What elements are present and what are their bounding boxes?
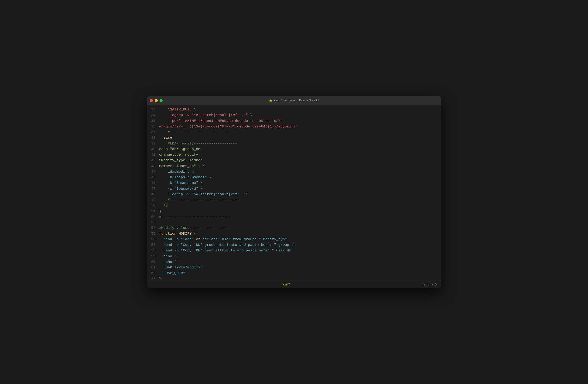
code-content: 33 \$ATTRIBUTE \34 | egrep -v "^#|search…: [147, 107, 441, 279]
code-line: 48 | egrep -v "^#|search|result|ref: .+": [147, 192, 441, 197]
code-line: 51}: [147, 209, 441, 214]
line-number: 33: [147, 107, 159, 112]
code-line: 45 -H ldaps://$domain \: [147, 174, 441, 180]
token: -H ldaps://$domain \: [159, 175, 211, 179]
code-line: 59 echo "": [147, 254, 441, 259]
line-number: 55: [147, 231, 159, 236]
token: LDAP_TYPE="modify": [159, 265, 202, 270]
maximize-button[interactable]: [160, 99, 163, 102]
token: $modify_type: member: [159, 158, 202, 162]
line-content: $modify_type: member: [159, 157, 441, 163]
token: [159, 198, 168, 202]
line-number: 51: [147, 209, 159, 214]
traffic-lights: [150, 99, 163, 102]
line-number: 43: [147, 164, 159, 169]
token: | egrep -v "^#|search|result|ref: .+" \: [159, 113, 252, 117]
code-line: 61 LDAP_TYPE="modify": [147, 265, 441, 270]
token: or: [196, 237, 200, 241]
statusbar-center: vim*: [282, 283, 290, 286]
token: read -p "Copy 'DN' group attribute and p…: [159, 243, 296, 247]
line-number: 39: [147, 141, 159, 146]
token: fi: [159, 203, 168, 208]
token: | perl -MMIME::Base64 -MEncode=decode -n…: [159, 119, 283, 123]
token: LDAP_QUERY: [159, 271, 185, 275]
code-line: 40echo "dn: $group_dn: [147, 146, 441, 152]
line-number: 61: [147, 265, 159, 270]
close-button[interactable]: [150, 99, 153, 102]
line-number: 56: [147, 237, 159, 242]
token: echo "": [159, 254, 179, 258]
line-content: +//g;s/(?<=:: )(\S+)/decode("UTF-8",deco…: [159, 124, 441, 129]
line-number: 38: [147, 135, 159, 141]
line-content: ldapmodify \: [159, 169, 441, 174]
line-number: 57: [147, 242, 159, 248]
line-content: #--------------------------------: [159, 214, 441, 220]
token: changetype: modify: [159, 153, 198, 157]
line-content: \$ATTRIBUTE \: [159, 107, 441, 112]
line-content: LDAP_QUERY: [159, 270, 441, 276]
line-content: echo "dn: $group_dn: [159, 146, 441, 152]
token: function MODIFY {: [159, 232, 196, 236]
editor-area[interactable]: 33 \$ATTRIBUTE \34 | egrep -v "^#|search…: [147, 105, 441, 280]
line-content: }: [159, 209, 441, 214]
code-line: 49 #--------------------------------: [147, 197, 441, 203]
code-line: 53: [147, 220, 441, 225]
line-content: read -p "Copy 'DN' group attribute and p…: [159, 242, 441, 248]
code-line: 52#--------------------------------: [147, 214, 441, 220]
token: else: [159, 136, 172, 140]
line-content: LDAP_TYPE="modify": [159, 265, 441, 270]
line-content: #--------------------------------: [159, 129, 441, 135]
line-number: 40: [147, 147, 159, 152]
line-content: #--------------------------------: [159, 197, 441, 203]
token: -D "$username" \: [159, 181, 202, 185]
token: ldapmodify \: [159, 170, 194, 174]
line-number: 34: [147, 112, 159, 118]
token: }: [159, 277, 161, 279]
line-content: changetype: modify: [159, 152, 441, 157]
code-line: 63}: [147, 276, 441, 279]
line-content: function MODIFY {: [159, 231, 441, 236]
code-line: 43member: $user_dn" | \: [147, 163, 441, 169]
line-number: 62: [147, 271, 159, 276]
line-number: 48: [147, 192, 159, 197]
line-number: 49: [147, 197, 159, 203]
line-content: }: [159, 276, 441, 279]
token: #--------------------------------: [159, 130, 239, 134]
code-line: 50 fi: [147, 203, 441, 208]
line-number: 63: [147, 276, 159, 279]
window-title: 🔒 kamil — tmux /Users/kamil: [269, 99, 319, 102]
line-content: else: [159, 135, 441, 141]
line-content: #Modify values------------------: [159, 225, 441, 231]
line-content: | perl -MMIME::Base64 -MEncode=decode -n…: [159, 118, 441, 124]
line-number: 37: [147, 129, 159, 135]
line-number: 42: [147, 158, 159, 163]
code-line: 33 \$ATTRIBUTE \: [147, 107, 441, 112]
token: | egrep -v "^#|search|result|ref: .+": [159, 192, 248, 196]
minimize-button[interactable]: [155, 99, 158, 102]
line-content: -w "$password" \: [159, 186, 441, 192]
line-content: -D "$username" \: [159, 180, 441, 186]
token: --------------------------------: [170, 198, 239, 202]
token: read -p "Copy 'DN' user attribute and pa…: [159, 248, 291, 253]
line-number: 44: [147, 169, 159, 174]
line-content: | egrep -v "^#|search|result|ref: .+" \: [159, 112, 441, 118]
line-content: #LDAP modify--------------------: [159, 141, 441, 146]
line-number: 58: [147, 248, 159, 253]
code-line: 38 else: [147, 135, 441, 141]
line-number: 45: [147, 175, 159, 180]
line-number: 60: [147, 259, 159, 265]
token: +//g;s/(?<=:: )(\S+)/decode("UTF-8",deco…: [159, 125, 298, 129]
code-line: 39 #LDAP modify--------------------: [147, 141, 441, 146]
line-content: member: $user_dn" | \: [159, 163, 441, 169]
line-content: -H ldaps://$domain \: [159, 174, 441, 180]
token: #Modify values------------------: [159, 226, 229, 230]
token: read -p "'add': [159, 237, 196, 241]
titlebar: 🔒 kamil — tmux /Users/kamil: [147, 96, 441, 105]
lock-icon: 🔒: [269, 99, 272, 102]
token: echo "": [159, 260, 179, 264]
token: member: $user_dn" | \: [159, 164, 205, 168]
token: #--------------------------------: [159, 215, 231, 219]
code-line: 35 | perl -MMIME::Base64 -MEncode=decode…: [147, 118, 441, 124]
token: \$ATTRIBUTE \: [159, 107, 196, 112]
line-number: 59: [147, 254, 159, 259]
